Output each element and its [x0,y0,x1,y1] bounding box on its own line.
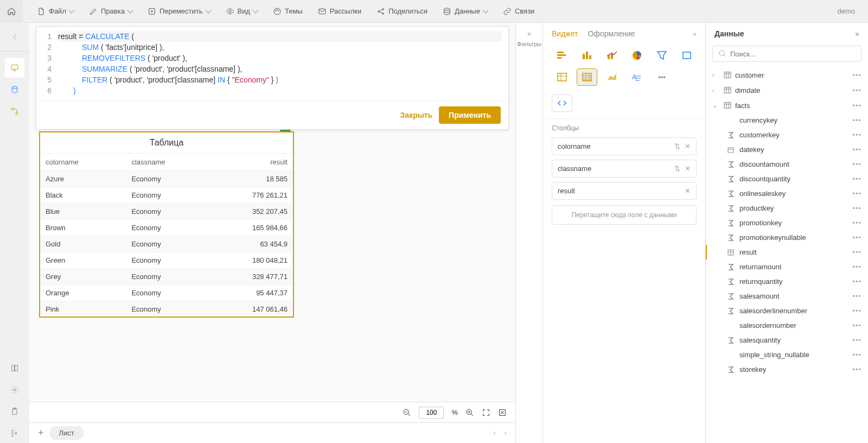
more-icon[interactable]: ••• [852,86,861,94]
tree-field-datekey[interactable]: datekey••• [706,142,868,157]
more-icon[interactable]: ••• [852,102,861,110]
more-icon[interactable]: ••• [852,189,861,198]
field-colorname[interactable]: colorname⇅✕ [552,137,697,155]
chart-text-button[interactable]: A [627,68,647,86]
tree-field-salesordernumber[interactable]: salesordernumber••• [706,318,868,333]
table-row[interactable]: OrangeEconomy95 447,37 [40,285,293,301]
table-row[interactable]: PinkEconomy147 061,46 [40,301,293,317]
tree-field-productkey[interactable]: productkey••• [706,201,868,216]
rail-docs[interactable] [5,358,24,378]
menu-share[interactable]: Поделиться [369,0,435,22]
rail-logout[interactable] [5,423,24,443]
more-icon[interactable]: ••• [852,175,861,183]
zoom-in-icon[interactable] [465,408,474,417]
expand-filters-button[interactable]: « [527,29,531,37]
more-icon[interactable]: ••• [852,321,861,330]
chart-bar-h-button[interactable] [552,47,572,64]
chart-more-button[interactable]: ••• [652,68,672,86]
tab-widget[interactable]: Виджет [552,29,578,38]
tree-field-result[interactable]: result••• [706,245,868,260]
rail-settings[interactable] [5,380,24,400]
drop-zone[interactable]: Перетащите сюда поле с данными [552,205,697,225]
field-remove-icon[interactable]: ✕ [685,187,691,195]
zoom-out-icon[interactable] [403,408,411,417]
tree-table-dimdate[interactable]: ›dimdate••• [706,83,868,98]
menu-mail[interactable]: Рассылки [310,0,369,22]
table-row[interactable]: GreenEconomy180 048,21 [40,252,293,269]
more-icon[interactable]: ••• [852,248,861,256]
more-icon[interactable]: ••• [852,204,861,212]
more-icon[interactable]: ••• [852,160,861,168]
rail-data[interactable] [5,80,24,99]
tree-field-customerkey[interactable]: customerkey••• [706,128,868,142]
table-widget[interactable]: Таблица colorname classname result Azure… [39,131,294,318]
tree-table-customer[interactable]: ›customer••• [706,67,868,83]
apply-button[interactable]: Применить [439,106,501,124]
table-row[interactable]: GreyEconomy328 477,71 [40,269,293,285]
more-icon[interactable]: ••• [852,145,861,154]
field-classname[interactable]: classname⇅✕ [552,160,697,178]
chart-combo-button[interactable] [602,47,622,64]
tree-field-returnquantity[interactable]: returnquantity••• [706,274,868,289]
more-icon[interactable]: ••• [852,131,861,139]
table-row[interactable]: AzureEconomy18 585 [40,171,293,187]
search-box[interactable] [712,46,861,62]
rail-back[interactable] [5,27,24,47]
custom-code-button[interactable] [552,94,572,112]
chart-pie-button[interactable] [627,47,647,64]
menu-data[interactable]: Данные [435,0,495,22]
menu-move[interactable]: Переместить [140,0,218,22]
sheet-next[interactable]: › [505,429,507,437]
field-sort-icon[interactable]: ⇅ [674,142,680,150]
chart-bar-v-button[interactable] [577,47,597,64]
more-icon[interactable]: ••• [852,263,861,271]
tree-field-onlinesaleskey[interactable]: onlinesaleskey••• [706,186,868,201]
chart-pivot-button[interactable] [552,68,572,86]
table-row[interactable]: GoldEconomy63 454,9 [40,236,293,252]
tree-field-promotionkey[interactable]: promotionkey••• [706,216,868,230]
table-row[interactable]: BlueEconomy352 207,45 [40,204,293,220]
fit-icon[interactable] [498,408,507,417]
tab-style[interactable]: Оформление [588,29,635,38]
more-icon[interactable]: ••• [852,277,861,286]
rail-dashboard[interactable] [5,58,24,78]
tree-field-discountquantity[interactable]: discountquantity••• [706,172,868,186]
more-icon[interactable]: ••• [852,292,861,300]
more-icon[interactable]: ••• [852,219,861,227]
sheet-prev[interactable]: ‹ [493,429,495,437]
table-row[interactable]: BrownEconomy165 984,66 [40,220,293,236]
tree-field-currencykey[interactable]: currencykey••• [706,113,868,128]
tree-field-returnamount[interactable]: returnamount••• [706,260,868,274]
more-icon[interactable]: ••• [852,71,861,79]
expand-data-button[interactable]: » [855,29,859,38]
tree-field-promotionkeynullable[interactable]: promotionkeynullable••• [706,230,868,245]
tree-field-salesquantity[interactable]: salesquantity••• [706,333,868,347]
rail-clipboard[interactable] [5,402,24,421]
zoom-input[interactable] [419,407,444,419]
table-row[interactable]: BlackEconomy776 261,21 [40,187,293,204]
more-icon[interactable]: ••• [852,307,861,315]
more-icon[interactable]: ••• [852,116,861,124]
add-sheet-button[interactable]: + [38,427,44,439]
more-icon[interactable]: ••• [852,233,861,242]
tree-field-storekey[interactable]: storekey••• [706,362,868,377]
menu-edit[interactable]: Правка [81,0,140,22]
close-button[interactable]: Закрыть [400,106,433,124]
chart-table-button[interactable] [577,68,597,86]
menu-links[interactable]: Связи [495,0,542,22]
menu-view[interactable]: Вид [218,0,266,22]
field-remove-icon[interactable]: ✕ [685,142,691,150]
chart-funnel-button[interactable] [652,47,672,64]
tree-field-salesamount[interactable]: salesamount••• [706,289,868,303]
tree-field-discountamount[interactable]: discountamount••• [706,157,868,172]
menu-file[interactable]: Файл [29,0,81,22]
field-remove-icon[interactable]: ✕ [685,164,691,173]
search-input[interactable] [730,50,856,58]
expand-widget-button[interactable]: » [693,30,697,38]
tree-table-facts[interactable]: ⌄facts••• [706,98,868,113]
rail-model[interactable] [5,102,24,121]
field-result[interactable]: result✕ [552,182,697,200]
field-sort-icon[interactable]: ⇅ [674,164,680,173]
tree-field-simple_string_nullable[interactable]: simple_string_nullable••• [706,347,868,362]
chart-area-button[interactable] [602,68,622,86]
